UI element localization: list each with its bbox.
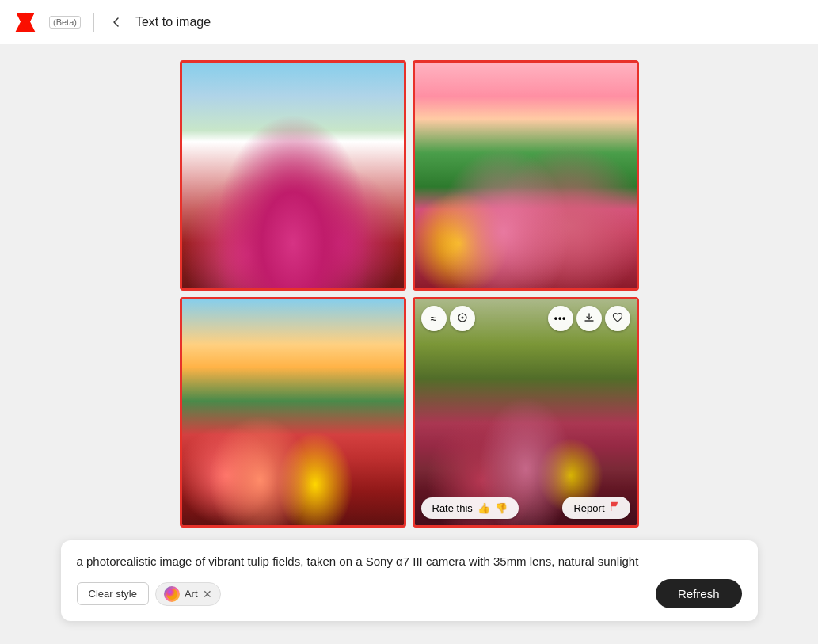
download-button[interactable] xyxy=(576,306,602,331)
prompt-bar: a photorealistic image of vibrant tulip … xyxy=(61,540,758,621)
prompt-controls: Clear style xyxy=(77,579,742,608)
header-divider xyxy=(93,13,94,32)
thumbs-up-icon: 👍 xyxy=(477,502,490,514)
app-header: (Beta) Text to image xyxy=(0,0,818,44)
prompt-left: Clear style xyxy=(77,582,221,606)
clear-style-button[interactable]: Clear style xyxy=(77,582,149,605)
style-tag-close-button[interactable]: ✕ xyxy=(203,589,212,600)
svg-point-3 xyxy=(461,316,463,318)
download-icon xyxy=(584,312,595,326)
heart-icon xyxy=(612,312,623,326)
similar-button[interactable]: ≈ xyxy=(421,306,447,331)
beta-badge: (Beta) xyxy=(49,16,81,29)
image-actions-top: ≈ xyxy=(421,306,630,331)
similar-icon: ≈ xyxy=(431,312,437,325)
rate-button[interactable]: Rate this 👍 👎 xyxy=(421,497,519,519)
heart-button[interactable] xyxy=(605,306,630,331)
image-cell-4[interactable]: ≈ xyxy=(413,297,639,528)
image-cell-2[interactable] xyxy=(413,60,639,291)
image-3 xyxy=(182,299,404,525)
thumbs-down-icon: 👎 xyxy=(495,502,508,514)
image-grid: ≈ xyxy=(180,60,639,528)
adobe-logo xyxy=(13,10,38,35)
more-button[interactable]: ••• xyxy=(548,306,573,331)
generate-icon xyxy=(457,312,468,326)
image-cell-1[interactable] xyxy=(180,60,406,291)
rate-label: Rate this xyxy=(432,502,473,514)
style-icon xyxy=(164,586,180,602)
report-button[interactable]: Report xyxy=(562,497,630,519)
image-overlay xyxy=(415,299,637,525)
action-btn-group-left: ≈ xyxy=(421,306,475,331)
report-label: Report xyxy=(573,502,604,514)
image-actions-bottom: Rate this 👍 👎 Report xyxy=(421,497,630,519)
image-cell-3[interactable] xyxy=(180,297,406,528)
back-button[interactable] xyxy=(107,13,126,32)
svg-point-8 xyxy=(166,589,177,600)
refresh-button[interactable]: Refresh xyxy=(656,579,742,608)
prompt-text: a photorealistic image of vibrant tulip … xyxy=(77,553,742,570)
report-flag-icon xyxy=(610,501,619,514)
generate-button[interactable] xyxy=(450,306,475,331)
page-title: Text to image xyxy=(135,15,211,29)
style-tag: Art ✕ xyxy=(155,582,221,606)
main-content: ≈ xyxy=(0,44,818,644)
image-1 xyxy=(182,63,404,288)
action-btn-group-right: ••• xyxy=(548,306,630,331)
image-2 xyxy=(415,63,637,288)
style-tag-label: Art xyxy=(185,588,198,600)
more-icon: ••• xyxy=(554,313,567,324)
